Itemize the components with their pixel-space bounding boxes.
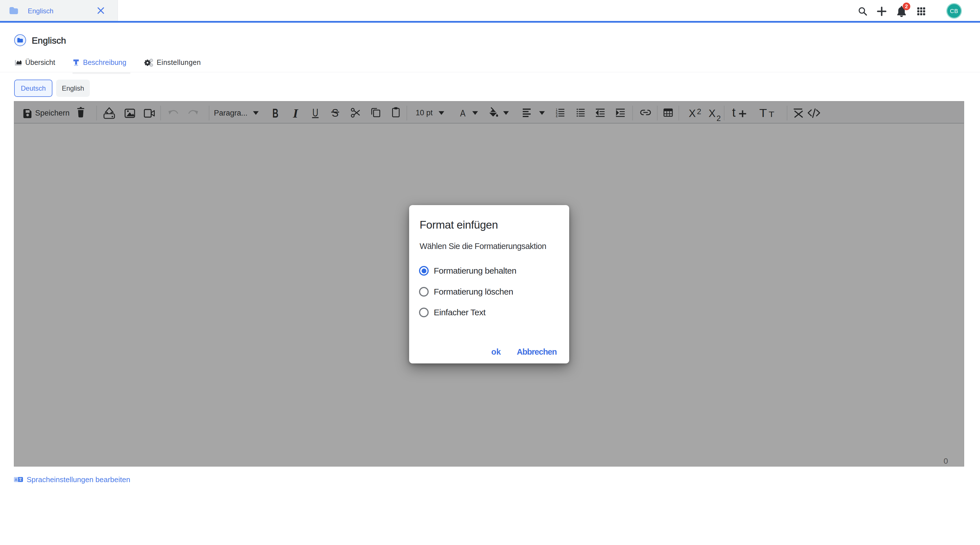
svg-text:2: 2 (905, 4, 908, 10)
svg-text:CB: CB (950, 8, 958, 14)
svg-text:A: A (15, 478, 18, 482)
